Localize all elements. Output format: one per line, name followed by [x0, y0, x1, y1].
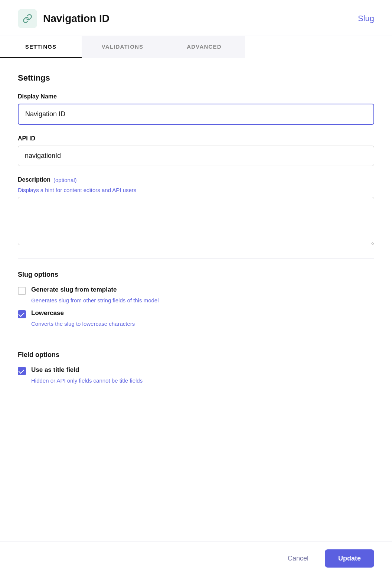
cancel-button[interactable]: Cancel — [280, 550, 316, 567]
api-id-group: API ID — [18, 135, 374, 166]
generate-slug-checkbox[interactable] — [18, 287, 26, 295]
description-textarea[interactable] — [18, 197, 374, 245]
generate-slug-desc: Generates slug from other string fields … — [31, 297, 374, 303]
lowercase-desc: Converts the slug to lowercase character… — [31, 321, 374, 327]
update-button[interactable]: Update — [325, 549, 374, 568]
generate-slug-row: Generate slug from template — [18, 286, 374, 295]
tab-validations[interactable]: VALIDATIONS — [82, 36, 163, 58]
use-as-title-desc: Hidden or API only fields cannot be titl… — [31, 377, 374, 384]
use-as-title-label: Use as title field — [31, 366, 79, 374]
slug-options-group: Slug options Generate slug from template… — [18, 271, 374, 327]
slug-options-title: Slug options — [18, 271, 374, 279]
divider-1 — [18, 259, 374, 259]
display-name-label: Display Name — [18, 93, 374, 100]
lowercase-label: Lowercase — [31, 309, 64, 317]
header: Navigation ID Slug — [0, 0, 392, 36]
generate-slug-label: Generate slug from template — [31, 286, 117, 293]
tab-advanced[interactable]: ADVANCED — [163, 36, 245, 58]
field-options-title: Field options — [18, 351, 374, 359]
settings-panel: Settings Display Name API ID Description… — [0, 58, 392, 430]
lowercase-checkbox[interactable] — [18, 310, 26, 318]
use-as-title-checkbox[interactable] — [18, 367, 26, 375]
description-optional: (optional) — [53, 177, 77, 183]
description-group: Description (optional) Displays a hint f… — [18, 176, 374, 247]
field-options-group: Field options Use as title field Hidden … — [18, 351, 374, 384]
slug-link[interactable]: Slug — [358, 14, 374, 23]
description-hint: Displays a hint for content editors and … — [18, 187, 374, 193]
api-id-label: API ID — [18, 135, 374, 142]
page-title: Navigation ID — [43, 13, 110, 25]
use-as-title-row: Use as title field — [18, 366, 374, 375]
display-name-input[interactable] — [18, 104, 374, 125]
description-label: Description (optional) — [18, 176, 374, 183]
header-left: Navigation ID — [18, 9, 110, 28]
link-icon — [18, 9, 37, 28]
display-name-group: Display Name — [18, 93, 374, 125]
tabs-bar: SETTINGS VALIDATIONS ADVANCED — [0, 36, 392, 58]
footer: Cancel Update — [0, 542, 392, 575]
api-id-input[interactable] — [18, 146, 374, 166]
tab-settings[interactable]: SETTINGS — [0, 36, 82, 58]
divider-2 — [18, 339, 374, 339]
lowercase-row: Lowercase — [18, 309, 374, 318]
settings-section-title: Settings — [18, 73, 374, 83]
